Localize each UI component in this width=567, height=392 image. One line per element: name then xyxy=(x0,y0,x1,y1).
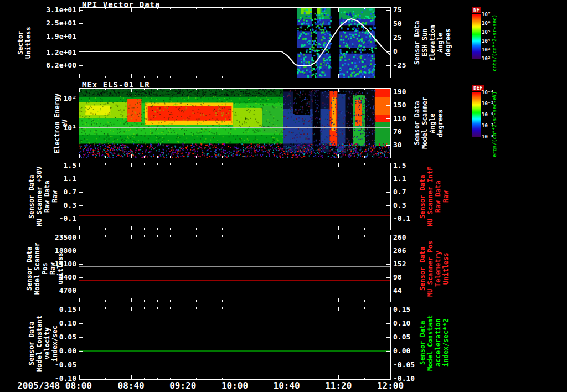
colorbar-nf xyxy=(472,14,481,59)
panel-model-constant xyxy=(79,307,391,380)
y-tick-label: 1.2e+01 xyxy=(0,49,76,56)
y-tick-label-right: 1.1 xyxy=(393,175,419,183)
y-tick-label: 0.3 xyxy=(0,202,76,209)
y-tick-label-right: -25 xyxy=(393,61,419,69)
panel1-right-axis-label: Sensor Data ESH Sun Elevation Angle degr… xyxy=(413,4,452,81)
y-tick-label: 3.1e+01 xyxy=(0,6,76,14)
panel-model-scanner-pos-canvas xyxy=(79,235,390,302)
colorbar-tick-label: 10⁻⁶ xyxy=(482,112,494,117)
y-tick-label: 0.7 xyxy=(0,188,76,196)
y-tick-label-right: 50 xyxy=(393,20,419,28)
y-tick-label-right: 1.5 xyxy=(393,162,419,169)
panel-npi-vector-canvas xyxy=(79,8,390,78)
colorbar-tick-label: 10⁻⁷ xyxy=(482,123,494,128)
y-tick-label: 0.05 xyxy=(0,333,76,341)
colorbar-nf-unit-label: cnts/(cm**2-sr-sec) xyxy=(492,8,497,78)
y-tick-label: 0.00 xyxy=(0,347,76,355)
y-tick-label-right: 75 xyxy=(393,6,419,14)
y-tick-label-right: -0.05 xyxy=(393,361,419,369)
panel-npi-vector xyxy=(79,7,391,78)
y-tick-label: 10² xyxy=(0,95,76,102)
panel-mex-els-canvas xyxy=(79,89,390,158)
x-tick-label: 10:40 xyxy=(265,381,309,391)
y-tick-label-right: 0.15 xyxy=(393,306,419,313)
panel-mu-scanner-30v xyxy=(79,163,391,230)
panel-mu-scanner-30v-canvas xyxy=(79,163,390,230)
panel4-right-axis-label: Sensor Data MU Scanner Pos Telemetry Uni… xyxy=(419,234,450,303)
y-tick-label-right: 30 xyxy=(393,141,419,149)
x-tick-label: 09:20 xyxy=(161,381,205,391)
y-tick-label: 6.2e+00 xyxy=(0,61,76,69)
plot-screen: NPI Vector Data MEx ELS-01 LR Sector Uni… xyxy=(0,0,567,392)
colorbar-def xyxy=(472,92,481,137)
colorbar-tick-label: 10² xyxy=(482,56,491,61)
y-tick-label: 2.5e+01 xyxy=(0,19,76,27)
y-tick-label-right: -0.1 xyxy=(393,215,419,223)
x-tick-label: 08:40 xyxy=(109,381,153,391)
colorbar-tick-label: 10⁴ xyxy=(482,38,491,44)
y-tick-label-right: 44 xyxy=(393,287,419,295)
y-tick-label: 9400 xyxy=(0,274,76,281)
y-tick-label-right: 0.05 xyxy=(393,333,419,341)
colorbar-tick-label: 10⁻⁴ xyxy=(482,90,494,95)
y-tick-label: 14100 xyxy=(0,260,76,268)
x-tick-label: 10:00 xyxy=(213,381,257,391)
colorbar-tick-label: 10⁷ xyxy=(482,12,491,17)
y-tick-label-right: 70 xyxy=(393,128,419,136)
colorbar-nf-title: NF xyxy=(472,7,481,13)
colorbar-tick-label: 10⁵ xyxy=(482,29,491,35)
panel3-right-axis-label: Sensor Data MU Scanner IntF Raw Data Raw xyxy=(419,162,450,231)
y-tick-label: 0.10 xyxy=(0,319,76,327)
y-tick-label: -0.05 xyxy=(0,361,76,369)
y-tick-label: 18800 xyxy=(0,247,76,255)
y-tick-label-right: 0.00 xyxy=(393,347,419,355)
y-tick-label-right: 0.10 xyxy=(393,319,419,327)
y-tick-label-right: 190 xyxy=(393,88,419,96)
y-tick-label-right: 152 xyxy=(393,260,419,268)
y-tick-label-right: 0.3 xyxy=(393,202,419,209)
x-first-tick-label: 2005/348 08:00 xyxy=(0,381,92,391)
panel5-right-axis-label: Sensor Data Model Constant acceleration … xyxy=(419,306,450,379)
y-tick-label: 23500 xyxy=(0,234,76,241)
panel-model-constant-canvas xyxy=(79,307,390,379)
y-tick-label-right: 0.7 xyxy=(393,188,419,196)
colorbar-tick-label: 10⁻⁸ xyxy=(482,134,494,140)
y-tick-label-right: 260 xyxy=(393,234,419,241)
colorbar-tick-label: 10³ xyxy=(482,47,491,53)
y-tick-label: 10¹ xyxy=(0,124,76,132)
y-tick-label: 0.15 xyxy=(0,306,76,313)
y-tick-label: 1.5 xyxy=(0,162,76,169)
x-tick-label: 12:00 xyxy=(368,381,413,391)
y-tick-label-right: 110 xyxy=(393,115,419,122)
y-tick-label-right: 206 xyxy=(393,247,419,255)
y-tick-label: 4700 xyxy=(0,287,76,295)
y-tick-label-right: 98 xyxy=(393,274,419,281)
y-tick-label-right: 0 xyxy=(393,48,419,55)
y-tick-label: -0.1 xyxy=(0,215,76,223)
x-tick-label: 11:20 xyxy=(316,381,360,391)
y-tick-label: 1.9e+01 xyxy=(0,33,76,40)
panel-mex-els xyxy=(79,88,391,158)
y-tick-label-right: 150 xyxy=(393,101,419,109)
y-tick-label-right: 25 xyxy=(393,34,419,42)
y-tick-label: 1.1 xyxy=(0,175,76,183)
panel-model-scanner-pos xyxy=(79,235,391,302)
colorbar-tick-label: 10⁻⁵ xyxy=(482,101,494,106)
colorbar-tick-label: 10⁶ xyxy=(482,20,491,26)
